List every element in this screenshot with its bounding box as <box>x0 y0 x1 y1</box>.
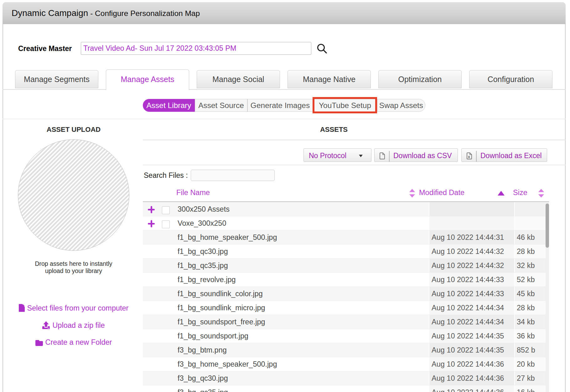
svg-text:x: x <box>468 155 470 159</box>
